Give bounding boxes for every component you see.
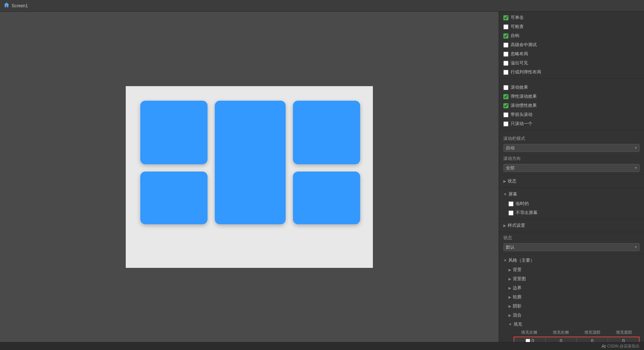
style-settings-label: 样式设置: [508, 222, 525, 229]
blend-header[interactable]: ▶ 混合: [508, 311, 640, 320]
fill-headers: 填充左侧 填充右侧 填充顶部 填充底部: [514, 329, 640, 336]
autolabel-checkbox-row[interactable]: 自钩: [503, 31, 640, 40]
inertial-scroll-label: 滚动惯性效果: [511, 102, 537, 109]
state-select[interactable]: 默认: [503, 243, 640, 251]
outline-header[interactable]: ▶ 轮廓: [508, 293, 640, 302]
top-bar: Screen1: [0, 0, 644, 12]
scrollbar-mode-section: 滚动栏模式 自动 始终 隐藏 滚动方向 全部 水平: [499, 133, 644, 175]
elastic-scroll-label: 弹性滚动效果: [511, 93, 537, 100]
main-style-arrow: ▼: [503, 258, 507, 262]
ignore-layout-checkbox[interactable]: [503, 52, 508, 57]
fill-right-value: 0: [560, 338, 562, 342]
scrollbar-mode-wrapper[interactable]: 自动 始终 隐藏: [503, 144, 640, 152]
fill-bottom-header: 填充底部: [608, 329, 640, 336]
mask-section: ▼ 屏幕 临时的 不导出屏幕: [499, 188, 644, 219]
state-header[interactable]: ▶ 状态: [503, 176, 640, 186]
overflow-visible-checkbox[interactable]: [503, 61, 508, 66]
mask-items: 临时的 不导出屏幕: [503, 199, 640, 217]
blue-rect-2: [215, 101, 286, 224]
background-image-header[interactable]: ▶ 背景图: [508, 274, 640, 283]
fill-top-header: 填充顶部: [577, 329, 608, 336]
scroll-effect-checkbox-row[interactable]: 滚动效果: [503, 83, 640, 92]
fill-bottom-value: 0: [622, 338, 625, 342]
elastic-scroll-checkbox-row[interactable]: 弹性滚动效果: [503, 92, 640, 101]
fill-top-cell: 0: [577, 337, 608, 342]
shadow-header[interactable]: ▶ 阴影: [508, 302, 640, 311]
scroll-direction-wrapper[interactable]: 全部 水平 垂直: [503, 164, 640, 172]
temporary-checkbox-row[interactable]: 临时的: [508, 199, 640, 208]
advanced-hittest-checkbox[interactable]: [503, 43, 508, 48]
scroll-effect-checkbox[interactable]: [503, 85, 508, 90]
overflow-visible-checkbox-row[interactable]: 溢出可见: [503, 59, 640, 68]
state-dropdown-section: 状态 默认: [499, 232, 644, 254]
fill-top-value: 0: [591, 338, 593, 342]
scrollbar-mode-select[interactable]: 自动 始终 隐藏: [503, 144, 640, 152]
overflow-visible-label: 溢出可见: [511, 60, 528, 66]
no-export-screen-checkbox[interactable]: [508, 210, 514, 216]
outline-label: 轮廓: [513, 294, 522, 300]
fill-left-checkbox[interactable]: [526, 339, 530, 342]
background-header[interactable]: ▶ 背景: [508, 265, 640, 274]
blue-rect-4: [140, 172, 208, 224]
main-style-label: 风格（主要）: [508, 257, 535, 263]
state-select-wrapper[interactable]: 默认: [503, 243, 640, 251]
style-settings-header[interactable]: ▶ 样式设置: [503, 221, 640, 230]
temporary-checkbox[interactable]: [508, 201, 514, 206]
fill-values-row: 0 0 0 0: [514, 337, 640, 342]
arrow-scroll-checkbox[interactable]: [503, 112, 508, 117]
inspectable-checkbox[interactable]: [503, 24, 508, 29]
main-style-header[interactable]: ▼ 风格（主要）: [503, 256, 640, 265]
style-settings-section: ▶ 样式设置: [499, 219, 644, 232]
watermark-text: CSDN @花落指尖: [607, 343, 640, 349]
temporary-label: 临时的: [516, 201, 529, 207]
row-col-layout-checkbox[interactable]: [503, 70, 508, 75]
background-image-label: 背景图: [513, 276, 526, 282]
arrow-scroll-checkbox-row[interactable]: 带箭头滚动: [503, 110, 640, 119]
inertial-scroll-checkbox-row[interactable]: 滚动惯性效果: [503, 101, 640, 110]
border-arrow: ▶: [508, 286, 511, 290]
advanced-hittest-label: 高级命中测试: [511, 42, 537, 48]
fill-section-header[interactable]: ▼ 填充: [508, 320, 640, 329]
main-style-section: ▼ 风格（主要） ▶ 背景 ▶ 背景图 ▶ 边界 ▶ 轮廓: [499, 254, 644, 342]
scroll-effect-label: 滚动效果: [511, 84, 528, 90]
elastic-scroll-checkbox[interactable]: [503, 94, 508, 99]
clickable-checkbox[interactable]: [503, 15, 508, 20]
border-header[interactable]: ▶ 边界: [508, 283, 640, 293]
canvas-area: [0, 12, 499, 342]
scroll-one-checkbox[interactable]: [503, 121, 508, 126]
properties-section-1: 可单击 可检查 自钩 高级命中测试 忽略布局 溢出可见: [499, 12, 644, 79]
status-bar: At CSDN @花落指尖: [0, 342, 644, 350]
home-icon: [4, 2, 9, 9]
arrow-scroll-label: 带箭头滚动: [511, 112, 532, 118]
ignore-layout-label: 忽略布局: [511, 51, 528, 57]
background-label: 背景: [513, 267, 522, 273]
ignore-layout-checkbox-row[interactable]: 忽略布局: [503, 49, 640, 59]
blend-arrow: ▶: [508, 313, 511, 317]
fill-content: 填充左侧 填充右侧 填充顶部 填充底部 0 0: [508, 329, 640, 342]
mask-header[interactable]: ▼ 屏幕: [503, 189, 640, 199]
advanced-hittest-checkbox-row[interactable]: 高级命中测试: [503, 40, 640, 49]
scrollbar-mode-label: 滚动栏模式: [503, 136, 525, 142]
outline-arrow: ▶: [508, 295, 511, 299]
fill-bottom-cell: 0: [608, 337, 639, 342]
bg-arrow: ▶: [508, 268, 511, 272]
row-col-layout-checkbox-row[interactable]: 行或列弹性布局: [503, 68, 640, 77]
fill-right-header: 填充右侧: [545, 329, 577, 336]
style-subitems: ▶ 背景 ▶ 背景图 ▶ 边界 ▶ 轮廓 ▶ 阴影: [503, 265, 640, 342]
shadow-label: 阴影: [513, 303, 522, 309]
inertial-scroll-checkbox[interactable]: [503, 103, 508, 108]
scroll-direction-select[interactable]: 全部 水平 垂直: [503, 164, 640, 172]
autolabel-checkbox[interactable]: [503, 33, 508, 39]
screen-title: Screen1: [12, 3, 28, 8]
state-arrow: ▶: [503, 179, 506, 183]
fill-left-header: 填充左侧: [514, 329, 545, 336]
no-export-screen-checkbox-row[interactable]: 不导出屏幕: [508, 208, 640, 217]
scroll-one-label: 只滚动一个: [511, 121, 532, 127]
mask-label: 屏幕: [508, 191, 517, 197]
scroll-one-checkbox-row[interactable]: 只滚动一个: [503, 119, 640, 128]
blend-label: 混合: [513, 312, 522, 318]
inspectable-checkbox-row[interactable]: 可检查: [503, 22, 640, 31]
clickable-checkbox-row[interactable]: 可单击: [503, 13, 640, 22]
fill-left-cell: 0: [514, 337, 546, 342]
scroll-direction-label: 滚动方向: [503, 156, 525, 162]
